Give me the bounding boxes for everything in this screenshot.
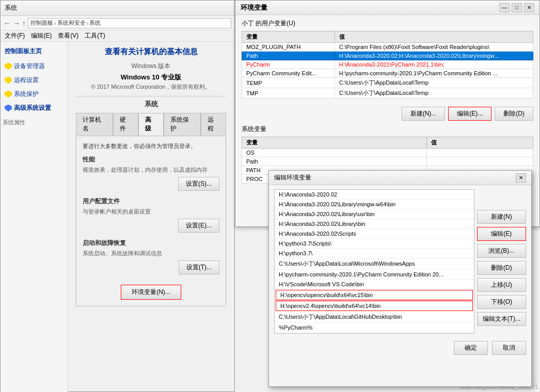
address-bar: 控制面板 › 系统和安全 › 系统 [28, 18, 231, 28]
sys-section-title: 系统变量 [242, 125, 533, 134]
windows-section-label: Windows 版本 [76, 62, 226, 71]
list-item-github[interactable]: C:\Users\小丁\AppData\Local\GitHubDesktop\… [275, 312, 474, 323]
windows-version-section: Windows 版本 Windows 10 专业版 © 2017 Microso… [76, 62, 226, 91]
table-row-temp[interactable]: TEMP C:\Users\小丁\AppData\Local\Temp [242, 78, 533, 88]
list-item-7[interactable]: C:\Users\小丁\AppData\Local\Microsoft\Wind… [275, 258, 474, 270]
edit-new-button[interactable]: 新建(N) [477, 210, 526, 224]
menu-edit[interactable]: 编辑(E) [31, 31, 52, 40]
cell-val-path: H:\Anaconda3-2020.02;H:\Anaconda3-2020.0… [335, 52, 533, 60]
profile-title: 用户配置文件 [83, 197, 219, 206]
nav-bar: ← → ↑ 控制面板 › 系统和安全 › 系统 [1, 16, 234, 30]
list-item-6[interactable]: H:\python3.7\ [275, 249, 474, 258]
edit-dialog: 编辑环境变量 ✕ H:\Anaconda3-2020.02 H:\Anacond… [268, 170, 532, 387]
minimize-button[interactable]: — [499, 3, 510, 12]
sys-table-row[interactable]: Path [242, 157, 533, 166]
edit-close-button[interactable]: ✕ [516, 173, 526, 183]
table-row-pycharm[interactable]: PyCharm H:\Anaconda3-2021\PyCharm 2021.1… [242, 60, 533, 69]
system-window: 系统 ← → ↑ 控制面板 › 系统和安全 › 系统 文件(F) 编辑(E) 查… [0, 0, 235, 392]
user-vars-table: 变量 值 MOZ_PLUGIN_PATH C:\Program Files (x… [242, 31, 533, 99]
edit-title-bar: 编辑环境变量 ✕ [269, 171, 531, 185]
sidebar-label-protection: 系统保护 [14, 90, 39, 99]
cell-val-temp: C:\Users\小丁\AppData\Local\Temp [335, 78, 533, 88]
sidebar-item-system-protection[interactable]: 系统保护 [3, 89, 65, 100]
edit-edit-button[interactable]: 编辑(E) [477, 227, 526, 241]
edit-ok-button[interactable]: 确定 [454, 341, 488, 355]
breadcrumb-item-0[interactable]: 控制面板 [30, 19, 53, 27]
sidebar-main-link[interactable]: 控制面板主页 [3, 46, 65, 57]
breadcrumb-item-2[interactable]: 系统 [89, 19, 101, 27]
user-edit-button[interactable]: 编辑(E)... [448, 107, 491, 121]
list-item-4[interactable]: H:\Anaconda3-2020.02\Scripts [275, 229, 474, 239]
edit-dialog-title: 编辑环境变量 [274, 173, 311, 182]
sidebar: 控制面板主页 设备管理器 远程设置 系统保护 高级系统设置 系统属性 [1, 42, 68, 392]
edit-window-controls: ✕ [516, 173, 526, 183]
sidebar-item-advanced[interactable]: 高级系统设置 [3, 103, 65, 113]
back-btn[interactable]: ← [4, 19, 11, 27]
sys-col-val: 值 [427, 137, 533, 149]
tab-remote[interactable]: 远程 [201, 113, 226, 136]
sidebar-item-remote-settings[interactable]: 远程设置 [3, 75, 65, 86]
sys-col-var: 变量 [242, 137, 427, 149]
cell-val: C:\Program Files (x86)\Foxit Software\Fo… [335, 43, 533, 52]
env-variables-button[interactable]: 环境变量(N)... [121, 285, 181, 300]
left-content: 控制面板主页 设备管理器 远程设置 系统保护 高级系统设置 系统属性 查看有关计… [1, 42, 234, 392]
table-row[interactable]: MOZ_PLUGIN_PATH C:\Program Files (x86)\F… [242, 43, 533, 52]
menu-tools[interactable]: 工具(T) [85, 31, 105, 40]
profile-desc: 与登录帐户相关的桌面设置 [83, 208, 219, 216]
menu-file[interactable]: 文件(F) [5, 31, 25, 40]
tab-description: 要进行大多数更改，你必须作为管理员登录。 [83, 142, 219, 150]
list-item-8[interactable]: H:\pycharm-community-2020.1\PyCharm Comm… [275, 270, 474, 280]
env-title-bar: 环境变量 — □ ✕ [235, 1, 539, 15]
edit-right-buttons: 新建(N) 编辑(E) 浏览(B)... 删除(D) 上移(U) 下移(O) 编… [477, 210, 526, 326]
shield-icon-1 [5, 63, 12, 70]
cell-val-pycharm: H:\Anaconda3-2021\PyCharm 2021.1\bin; [335, 60, 533, 69]
user-vars-section: 小丁 的用户变量(U) 变量 值 MOZ_PLUGIN_PATH C:\Prog… [235, 15, 539, 103]
user-new-button[interactable]: 新建(N)... [402, 107, 446, 121]
menu-bar: 文件(F) 编辑(E) 查看(V) 工具(T) [1, 30, 234, 42]
sys-table-row[interactable]: OS [242, 149, 533, 157]
tab-system-protection[interactable]: 系统保护 [164, 113, 201, 136]
list-item-2[interactable]: H:\Anaconda3-2020.02\Library\usr\bin [275, 209, 474, 219]
edit-move-up-button[interactable]: 上移(U) [477, 278, 526, 292]
table-row-path[interactable]: Path H:\Anaconda3-2020.02;H:\Anaconda3-2… [242, 52, 533, 60]
performance-desc: 视觉效果，处理器计划，内存使用，以及虚拟内存 [83, 166, 219, 174]
startup-settings-button[interactable]: 设置(T)... [179, 260, 219, 274]
startup-desc: 系统启动、系统故障和调试信息 [83, 250, 219, 257]
sidebar-item-device-manager[interactable]: 设备管理器 [3, 61, 65, 72]
cell-var-tmp: TMP [242, 88, 335, 99]
edit-cancel-button[interactable]: 取消 [492, 341, 526, 355]
up-btn[interactable]: ↑ [22, 19, 26, 27]
forward-btn[interactable]: → [13, 19, 20, 27]
list-item-9[interactable]: H:\VScode\Microsoft VS Code\bin [275, 280, 474, 289]
cell-var: MOZ_PLUGIN_PATH [242, 43, 335, 52]
shield-icon-blue [5, 105, 12, 112]
list-item-opencv2[interactable]: H:\opencv2.4\opencv\build\x64\vc14\bin [276, 301, 473, 311]
performance-settings-button[interactable]: 设置(S)... [178, 177, 219, 191]
shield-icon-3 [5, 91, 12, 98]
maximize-button[interactable]: □ [512, 3, 522, 12]
close-button[interactable]: ✕ [524, 3, 534, 12]
profile-settings-button[interactable]: 设置(E)... [178, 219, 219, 233]
list-item-pycharm-env[interactable]: %PyCharm% [275, 323, 474, 333]
edit-text-button[interactable]: 编辑文本(T)... [477, 312, 526, 326]
tab-advanced[interactable]: 高级 [138, 113, 164, 136]
list-item-opencv1[interactable]: H:\opencv\opencv\build\x64\vc15\bin [276, 290, 473, 300]
user-delete-button[interactable]: 删除(D) [495, 107, 533, 121]
cell-val-pycharm-ce: H:\pycharm-community-2020.1\PyCharm Comm… [335, 69, 533, 78]
windows-copyright: © 2017 Microsoft Corporation，保留所有权利。 [76, 83, 226, 91]
list-item-0[interactable]: H:\Anaconda3-2020.02 [275, 190, 474, 200]
edit-delete-button[interactable]: 删除(D) [477, 261, 526, 275]
breadcrumb-item-1[interactable]: 系统和安全 [57, 19, 86, 27]
user-vars-buttons: 新建(N)... 编辑(E)... 删除(D) [235, 107, 539, 121]
tab-computer-name[interactable]: 计算机名 [76, 113, 113, 136]
edit-move-down-button[interactable]: 下移(O) [477, 295, 526, 309]
menu-view[interactable]: 查看(V) [58, 31, 78, 40]
table-row-tmp[interactable]: TMP C:\Users\小丁\AppData\Local\Temp [242, 88, 533, 99]
edit-browse-button[interactable]: 浏览(B)... [477, 244, 526, 258]
list-item-5[interactable]: H:\python3.7\Scripts\ [275, 239, 474, 249]
tab-hardware[interactable]: 硬件 [113, 113, 138, 136]
window-controls: — □ ✕ [499, 3, 534, 12]
list-item-3[interactable]: H:\Anaconda3-2020.02\Library\bin [275, 219, 474, 229]
table-row-pycharm-ce[interactable]: PyCharm Community Edit... H:\pycharm-com… [242, 69, 533, 78]
list-item-1[interactable]: H:\Anaconda3-2020.02\Library\mingw-w64\b… [275, 200, 474, 209]
